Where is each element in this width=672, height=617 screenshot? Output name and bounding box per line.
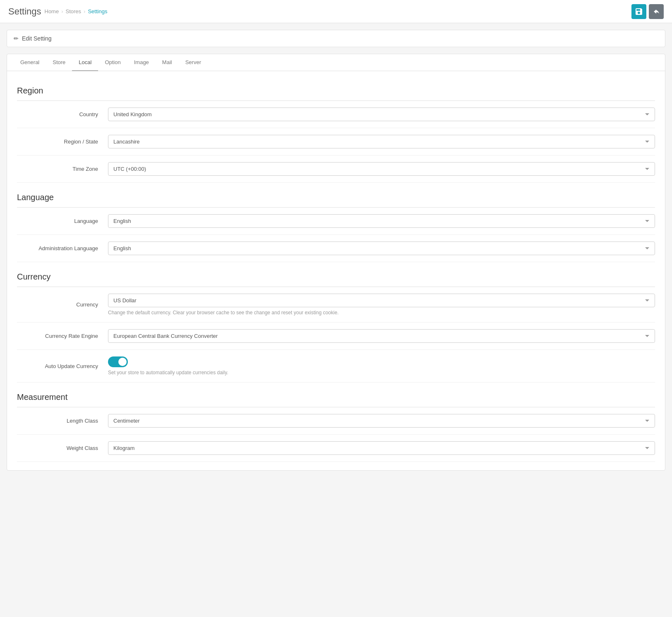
- tabs-container: General Store Local Option Image Mail Se…: [7, 54, 665, 71]
- app-title: Settings: [8, 6, 41, 17]
- length-class-row: Length Class Centimeter: [17, 407, 655, 435]
- admin-language-label: Administration Language: [17, 245, 108, 251]
- region-state-label: Region / State: [17, 139, 108, 145]
- auto-update-hint: Set your store to automatically update c…: [108, 370, 655, 375]
- timezone-row: Time Zone UTC (+00:00): [17, 155, 655, 183]
- save-icon: [636, 8, 642, 15]
- language-control: English: [108, 214, 655, 228]
- auto-update-toggle-wrap: Set your store to automatically update c…: [108, 356, 655, 375]
- language-select[interactable]: English: [108, 214, 655, 228]
- measurement-section-title: Measurement: [17, 386, 655, 407]
- top-bar: Settings Home › Stores › Settings: [0, 0, 672, 23]
- length-class-control: Centimeter: [108, 414, 655, 428]
- tab-image[interactable]: Image: [127, 54, 156, 71]
- tab-content: Region Country United Kingdom Region / S…: [7, 71, 665, 470]
- currency-row: Currency US Dollar Change the default cu…: [17, 287, 655, 323]
- auto-update-currency-control: Set your store to automatically update c…: [108, 356, 655, 375]
- weight-class-row: Weight Class Kilogram: [17, 435, 655, 462]
- timezone-label: Time Zone: [17, 166, 108, 172]
- currency-select[interactable]: US Dollar: [108, 294, 655, 307]
- currency-rate-row: Currency Rate Engine European Central Ba…: [17, 323, 655, 350]
- save-button[interactable]: [631, 4, 646, 19]
- language-section-title: Language: [17, 186, 655, 208]
- breadcrumb-stores[interactable]: Stores: [66, 8, 82, 14]
- currency-rate-select[interactable]: European Central Bank Currency Converter: [108, 329, 655, 343]
- breadcrumb-home[interactable]: Home: [45, 8, 59, 14]
- currency-section-title: Currency: [17, 265, 655, 287]
- admin-language-row: Administration Language English: [17, 235, 655, 262]
- tab-store[interactable]: Store: [46, 54, 72, 71]
- breadcrumb: Home › Stores › Settings: [45, 8, 108, 14]
- country-control: United Kingdom: [108, 108, 655, 121]
- currency-label: Currency: [17, 301, 108, 308]
- top-bar-left: Settings Home › Stores › Settings: [8, 6, 107, 17]
- region-state-row: Region / State Lancashire: [17, 128, 655, 155]
- edit-setting-header: ✏ Edit Setting: [7, 30, 665, 47]
- currency-hint: Change the default currency. Clear your …: [108, 310, 655, 316]
- language-row: Language English: [17, 208, 655, 235]
- weight-class-select[interactable]: Kilogram: [108, 441, 655, 455]
- country-select[interactable]: United Kingdom: [108, 108, 655, 121]
- weight-class-label: Weight Class: [17, 445, 108, 451]
- admin-language-control: English: [108, 242, 655, 255]
- timezone-control: UTC (+00:00): [108, 162, 655, 176]
- toggle-switch[interactable]: [108, 356, 128, 367]
- region-state-control: Lancashire: [108, 135, 655, 148]
- breadcrumb-sep1: ›: [61, 8, 63, 14]
- weight-class-control: Kilogram: [108, 441, 655, 455]
- pencil-icon: ✏: [14, 35, 19, 42]
- top-bar-right: [631, 4, 664, 19]
- language-label: Language: [17, 218, 108, 224]
- length-class-select[interactable]: Centimeter: [108, 414, 655, 428]
- tab-general[interactable]: General: [14, 54, 46, 71]
- auto-update-toggle[interactable]: [108, 356, 655, 367]
- tab-mail[interactable]: Mail: [156, 54, 179, 71]
- back-button[interactable]: [649, 4, 664, 19]
- country-label: Country: [17, 111, 108, 117]
- timezone-select[interactable]: UTC (+00:00): [108, 162, 655, 176]
- edit-setting-label: Edit Setting: [22, 35, 52, 42]
- tab-option[interactable]: Option: [98, 54, 127, 71]
- length-class-label: Length Class: [17, 418, 108, 424]
- country-row: Country United Kingdom: [17, 101, 655, 128]
- currency-control: US Dollar Change the default currency. C…: [108, 294, 655, 316]
- breadcrumb-sep2: ›: [84, 8, 85, 14]
- breadcrumb-current: Settings: [88, 8, 107, 14]
- region-state-select[interactable]: Lancashire: [108, 135, 655, 148]
- back-icon: [653, 8, 660, 15]
- tab-server[interactable]: Server: [179, 54, 208, 71]
- auto-update-currency-label: Auto Update Currency: [17, 363, 108, 369]
- main-card: General Store Local Option Image Mail Se…: [7, 54, 665, 471]
- admin-language-select[interactable]: English: [108, 242, 655, 255]
- auto-update-currency-row: Auto Update Currency Set your store to a…: [17, 350, 655, 383]
- tab-local[interactable]: Local: [72, 54, 98, 71]
- region-section-title: Region: [17, 79, 655, 101]
- currency-rate-label: Currency Rate Engine: [17, 333, 108, 339]
- currency-rate-control: European Central Bank Currency Converter: [108, 329, 655, 343]
